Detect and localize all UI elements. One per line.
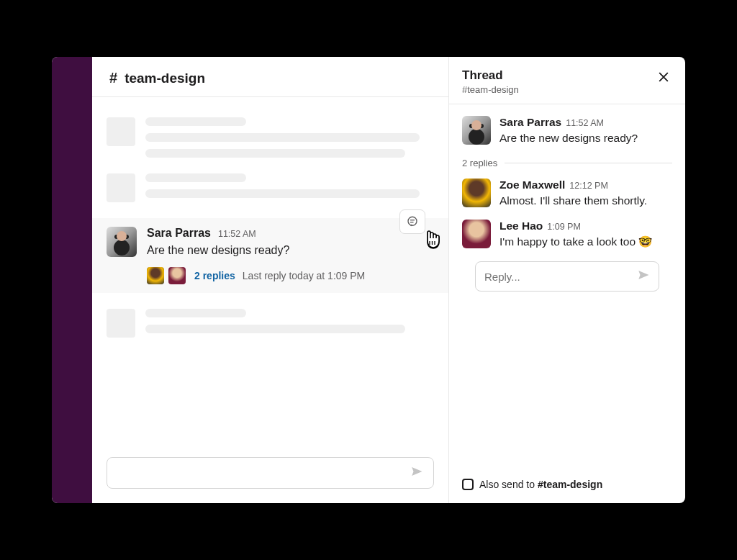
also-send-row[interactable]: Also send to #team-design bbox=[449, 474, 685, 503]
avatar[interactable] bbox=[462, 179, 491, 207]
thread-timestamp: 1:09 PM bbox=[547, 222, 581, 232]
placeholder-message bbox=[107, 173, 434, 202]
message-text: Are the new designs ready? bbox=[147, 242, 434, 258]
placeholder-lines bbox=[145, 117, 434, 158]
placeholder-line bbox=[145, 189, 420, 198]
avatar[interactable] bbox=[462, 116, 491, 145]
also-send-checkbox[interactable] bbox=[462, 479, 474, 490]
avatar[interactable] bbox=[462, 220, 491, 248]
app-window: # team-design bbox=[52, 57, 685, 503]
thread-composer[interactable] bbox=[475, 261, 659, 292]
thread-summary[interactable]: 2 replies Last reply today at 1:09 PM bbox=[147, 267, 434, 284]
thread-title: Thread bbox=[462, 68, 519, 83]
thread-message: Zoe Maxwell12:12 PM Almost. I'll share t… bbox=[462, 179, 672, 209]
placeholder-line bbox=[145, 173, 246, 182]
composer-area bbox=[92, 450, 448, 503]
last-reply-time: Last reply today at 1:09 PM bbox=[243, 270, 365, 281]
placeholder-lines bbox=[145, 309, 434, 338]
close-icon bbox=[656, 70, 671, 84]
main-column: # team-design bbox=[92, 57, 449, 503]
placeholder-avatar bbox=[107, 117, 135, 146]
replies-divider: 2 replies bbox=[462, 158, 672, 168]
speech-bubble-icon bbox=[406, 215, 419, 228]
thread-reply-input[interactable] bbox=[484, 271, 637, 283]
thread-text: Are the new designs ready? bbox=[499, 130, 638, 146]
thread-timestamp: 12:12 PM bbox=[569, 181, 608, 191]
send-icon[interactable] bbox=[637, 268, 650, 284]
placeholder-message bbox=[107, 117, 434, 158]
message-username[interactable]: Sara Parras bbox=[147, 227, 211, 240]
thread-message: Sara Parras11:52 AM Are the new designs … bbox=[462, 116, 672, 146]
thread-pane: Thread #team-design Sara Parras11:52 AM … bbox=[449, 57, 685, 503]
message-timestamp: 11:52 AM bbox=[218, 229, 256, 239]
placeholder-line bbox=[145, 133, 420, 142]
channel-name[interactable]: team-design bbox=[125, 71, 205, 86]
also-send-label: Also send to #team-design bbox=[479, 479, 602, 490]
placeholder-line bbox=[145, 325, 405, 333]
replies-count-link[interactable]: 2 replies bbox=[194, 270, 235, 281]
channel-header: # team-design bbox=[92, 57, 448, 97]
thread-subtitle: #team-design bbox=[462, 84, 519, 95]
hash-icon: # bbox=[109, 70, 117, 86]
thread-text: I'm happy to take a look too 🤓 bbox=[499, 234, 652, 250]
thread-username[interactable]: Sara Parras bbox=[499, 116, 561, 128]
thread-timestamp: 11:52 AM bbox=[566, 118, 604, 128]
sidebar-stripe bbox=[52, 57, 92, 503]
thread-composer-area bbox=[462, 261, 672, 300]
placeholder-line bbox=[145, 149, 405, 158]
close-button[interactable] bbox=[655, 68, 672, 89]
thread-action-button[interactable] bbox=[399, 209, 425, 234]
reply-avatar bbox=[147, 267, 164, 284]
composer-input[interactable] bbox=[117, 467, 410, 479]
placeholder-message bbox=[107, 309, 434, 338]
placeholder-avatar bbox=[107, 309, 135, 338]
placeholder-avatar bbox=[107, 173, 135, 202]
thread-body: Sara Parras11:52 AM Are the new designs … bbox=[449, 104, 685, 474]
thread-message: Lee Hao1:09 PM I'm happy to take a look … bbox=[462, 220, 672, 250]
divider-line bbox=[505, 163, 672, 163]
thread-username[interactable]: Lee Hao bbox=[499, 220, 543, 232]
placeholder-line bbox=[145, 309, 246, 317]
svg-point-0 bbox=[408, 217, 417, 225]
send-icon[interactable] bbox=[410, 465, 423, 481]
reply-avatar bbox=[168, 267, 186, 284]
thread-username[interactable]: Zoe Maxwell bbox=[499, 179, 565, 191]
avatar[interactable] bbox=[107, 227, 137, 257]
thread-header: Thread #team-design bbox=[449, 57, 685, 104]
placeholder-line bbox=[145, 117, 246, 126]
placeholder-lines bbox=[145, 173, 434, 202]
message-list: Sara Parras 11:52 AM Are the new designs… bbox=[92, 97, 448, 450]
replies-count-label: 2 replies bbox=[462, 158, 497, 168]
message-item[interactable]: Sara Parras 11:52 AM Are the new designs… bbox=[92, 218, 448, 293]
message-composer[interactable] bbox=[107, 457, 434, 489]
thread-text: Almost. I'll share them shortly. bbox=[499, 193, 647, 209]
